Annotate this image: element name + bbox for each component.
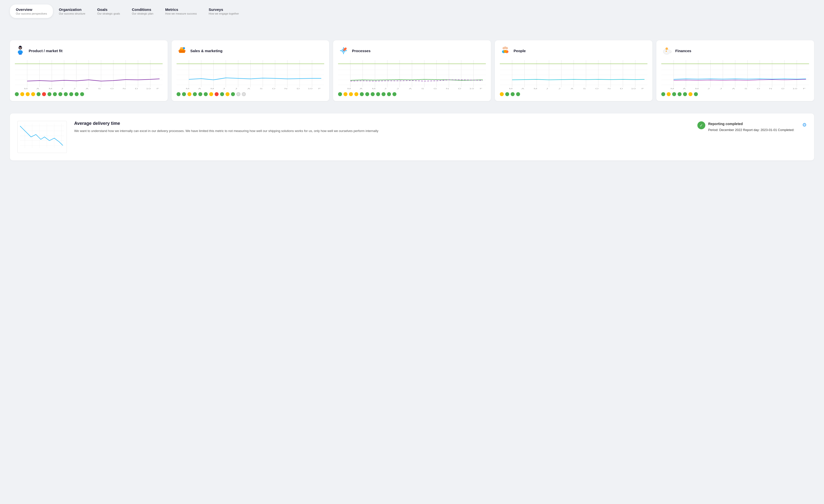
nav-sub-conditions: Our strategic plan [132,12,153,15]
card-header-people: People [500,45,648,56]
card-sales-marketing[interactable]: Sales & marketing [172,40,329,101]
dot [511,92,515,96]
status-report-day: Report day: 2023-01-01 [743,128,777,132]
svg-text:M: M [347,88,351,90]
svg-text:F: F [157,88,159,90]
nav-item-goals[interactable]: Goals Our strategic goals [91,4,126,18]
dot [349,92,353,96]
dot [198,92,202,96]
svg-text:A: A [86,88,89,90]
dot [64,92,68,96]
nav-sub-organization: Our success structure [59,12,85,15]
svg-text:S: S [98,88,101,90]
dot [80,92,84,96]
svg-text:A: A [359,88,363,90]
svg-text:D: D [135,88,138,90]
svg-text:M: M [49,88,53,90]
dot [31,92,35,96]
dot [75,92,79,96]
dot [220,92,224,96]
svg-text:N: N [446,88,449,90]
dot [500,92,504,96]
nav-sub-surveys: How we engage together [209,12,239,15]
card-finances[interactable]: Finances [656,40,814,101]
bottom-status: ✓ Reporting completed Period: December 2… [697,121,807,133]
dot [387,92,391,96]
svg-text:S: S [421,88,424,90]
svg-text:D: D [297,88,300,90]
navigation: Overview Our success perspectives Organi… [0,0,824,18]
svg-text:10: 10 [146,88,150,90]
dot [47,92,51,96]
dot [182,92,186,96]
dot [354,92,358,96]
dot [683,92,687,96]
nav-item-metrics[interactable]: Metrics How we measure success [159,4,203,18]
svg-text:F: F [803,88,806,90]
svg-text:A: A [409,88,412,90]
dot [53,92,57,96]
svg-text:J: J [235,88,237,90]
nav-title-surveys: Surveys [209,7,239,12]
svg-text:D: D [620,88,623,90]
dot [177,92,181,96]
svg-text:J: J [546,88,548,90]
gear-settings-icon[interactable]: ⚙ [802,122,807,128]
nav-item-organization[interactable]: Organization Our success structure [53,4,91,18]
card-title-people: People [514,49,526,53]
card-people[interactable]: People [495,40,653,101]
svg-text:M: M [534,88,537,90]
dot [193,92,197,96]
dot [242,92,246,96]
svg-text:M: M [695,88,699,90]
product-icon [15,45,26,56]
dot [661,92,665,96]
svg-text:S: S [260,88,263,90]
svg-rect-35 [179,52,185,53]
card-product-market-fit[interactable]: Product / market fit [10,40,168,101]
svg-text:M: M [24,88,28,90]
nav-item-conditions[interactable]: Conditions Our strategic plan [126,4,159,18]
svg-point-109 [504,46,506,49]
dot [689,92,693,96]
nav-item-overview[interactable]: Overview Our success perspectives [10,4,53,18]
dot [505,92,509,96]
svg-text:M: M [372,88,376,90]
dot [338,92,342,96]
svg-text:F: F [641,88,644,90]
dot-row-processes [338,92,486,96]
svg-text:J: J [74,88,76,90]
dot [188,92,191,96]
svg-text:J: J [384,88,387,90]
dot [36,92,40,96]
dot-row-sales [177,92,324,96]
dot-row-product [15,92,163,96]
bottom-delivery-chart [17,121,67,153]
dot [516,92,520,96]
bottom-info: Average delivery time We want to underst… [74,121,690,134]
svg-text:S: S [583,88,586,90]
card-processes[interactable]: Processes [333,40,491,101]
svg-text:J: J [708,88,710,90]
svg-text:A: A [247,88,250,90]
dot [360,92,364,96]
processes-icon [338,45,349,56]
dot [667,92,671,96]
card-header-sales: Sales & marketing [177,45,324,56]
svg-text:F: F [318,88,321,90]
svg-text:J: J [223,88,225,90]
dot [694,92,698,96]
svg-text:M: M [509,88,513,90]
dot [672,92,676,96]
svg-text:A: A [683,88,686,90]
nav-title-goals: Goals [97,7,120,12]
mini-chart-sales: M A M J J A S O N D 10 F [177,60,324,90]
dot [678,92,682,96]
sales-icon [177,45,188,56]
svg-text:F: F [480,88,483,90]
svg-point-4 [19,46,21,48]
dot [365,92,369,96]
card-header-processes: Processes [338,45,486,56]
dot [209,92,213,96]
nav-item-surveys[interactable]: Surveys How we engage together [203,4,245,18]
